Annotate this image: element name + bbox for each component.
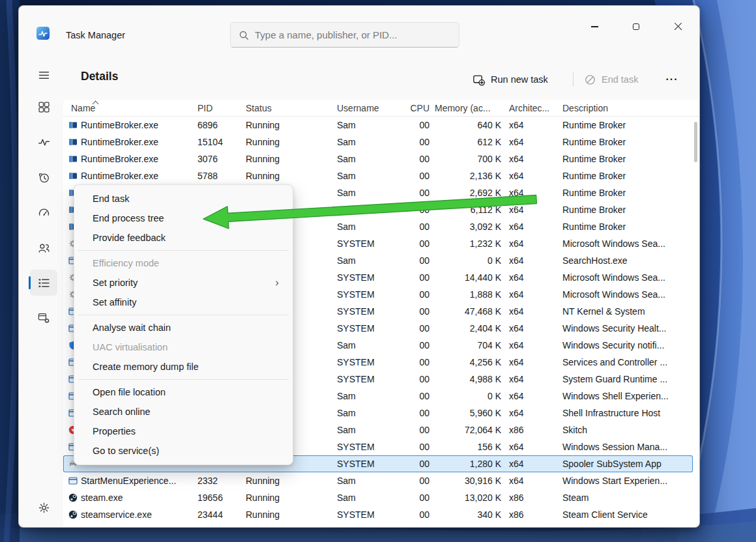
cell-pid: 5788: [197, 167, 246, 184]
cell-memory: 1,888 K: [431, 286, 504, 303]
sidebar-item-performance[interactable]: [30, 129, 57, 155]
cell-memory: 1,232 K: [431, 235, 504, 252]
sidebar-items: [30, 94, 57, 331]
sidebar-item-processes[interactable]: [30, 94, 57, 120]
cell-arch: x64: [504, 252, 559, 269]
cell-memory: 704 K: [431, 337, 504, 354]
column-header-username[interactable]: Username: [337, 100, 402, 116]
cell-description: NT Kernel & System: [559, 303, 693, 320]
table-row[interactable]: [63, 523, 693, 528]
cell-arch: x64: [504, 354, 559, 371]
cell-cpu: 00: [402, 489, 431, 506]
search-box[interactable]: [230, 22, 459, 48]
cell-memory: 700 K: [431, 150, 504, 167]
sidebar-item-users[interactable]: [30, 235, 57, 261]
cell-name: steamservice.exe: [63, 506, 197, 523]
process-name: RuntimeBroker.exe: [81, 117, 158, 134]
column-header-arch[interactable]: Architec...: [504, 100, 559, 116]
menu-item-go-to-service-s[interactable]: Go to service(s): [78, 441, 289, 461]
process-name: RuntimeBroker.exe: [81, 167, 158, 184]
cell-cpu: 00: [402, 320, 431, 337]
menu-item-create-memory-dump-file[interactable]: Create memory dump file: [78, 357, 289, 377]
cell-description: Runtime Broker: [559, 218, 693, 235]
menu-item-label: Set affinity: [93, 297, 136, 307]
column-header-cpu[interactable]: CPU: [402, 100, 431, 116]
end-task-button[interactable]: End task: [582, 69, 641, 90]
menu-item-analyse-wait-chain[interactable]: Analyse wait chain: [78, 318, 289, 337]
cell-username: Sam: [337, 218, 402, 235]
menu-item-uac-virtualisation[interactable]: UAC virtualisation: [78, 337, 289, 357]
table-row[interactable]: StartMenuExperience...2332RunningSam0030…: [63, 472, 693, 489]
cell-memory: 2,692 K: [431, 184, 504, 201]
cell-description: Windows Session Mana...: [559, 438, 693, 455]
cell-cpu: 00: [402, 117, 431, 134]
minimize-button[interactable]: [579, 16, 609, 38]
menu-item-set-priority[interactable]: Set priority›: [78, 273, 289, 292]
sidebar-item-details[interactable]: [30, 270, 57, 296]
cell-username: Sam: [337, 201, 402, 218]
table-row[interactable]: steamservice.exe23444RunningSYSTEM00340 …: [63, 506, 693, 523]
process-name: RuntimeBroker.exe: [81, 150, 158, 167]
column-header-label: Description: [562, 103, 608, 113]
column-header-label: Status: [246, 103, 272, 113]
menu-item-set-affinity[interactable]: Set affinity: [78, 292, 289, 312]
hamburger-menu-button[interactable]: [30, 62, 57, 88]
sidebar-item-startup-apps[interactable]: [30, 199, 57, 225]
users-icon: [37, 241, 51, 255]
scrollbar-thumb[interactable]: [694, 122, 697, 162]
column-header-memory[interactable]: Memory (ac...: [431, 100, 504, 116]
cell-memory: 13,020 K: [431, 489, 504, 506]
cell-username: SYSTEM: [337, 438, 402, 455]
cell-status: Running: [246, 134, 337, 150]
sidebar-item-app-history[interactable]: [30, 164, 57, 190]
process-name: StartMenuExperience...: [81, 472, 176, 489]
settings-gear-icon: [37, 501, 51, 515]
cell-arch: x64: [504, 337, 559, 354]
search-input[interactable]: [255, 29, 451, 40]
cell-cpu: 00: [402, 438, 431, 455]
process-name: steam.exe: [81, 489, 123, 506]
cell-username: Sam: [337, 405, 402, 421]
details-icon: [37, 276, 51, 290]
cell-memory: 340 K: [431, 506, 504, 523]
close-button[interactable]: [663, 16, 693, 38]
column-header-description[interactable]: Description: [559, 100, 693, 116]
cell-description: Skitch: [559, 421, 693, 438]
table-header: NamePIDStatusUsernameCPUMemory (ac...Arc…: [63, 100, 699, 117]
menu-item-open-file-location[interactable]: Open file location: [78, 382, 289, 402]
cell-arch: x64: [504, 184, 559, 201]
cell-username: Sam: [337, 252, 402, 269]
window-title: Task Manager: [66, 30, 125, 40]
menu-item-end-task[interactable]: End task: [78, 189, 289, 208]
sidebar-item-services[interactable]: [30, 305, 57, 331]
cell-memory: 47,468 K: [431, 303, 504, 320]
search-icon: [239, 30, 249, 40]
cell-description: Windows Shell Experien...: [559, 388, 693, 405]
table-row[interactable]: RuntimeBroker.exe15104RunningSam00612 Kx…: [63, 134, 693, 150]
maximize-button[interactable]: [621, 16, 651, 38]
menu-item-provide-feedback[interactable]: Provide feedback: [78, 228, 289, 248]
column-header-name[interactable]: Name: [63, 100, 197, 116]
table-row[interactable]: RuntimeBroker.exe3076RunningSam00700 Kx6…: [63, 150, 693, 167]
settings-button[interactable]: [30, 494, 57, 521]
cell-memory: 612 K: [431, 134, 504, 150]
table-row[interactable]: RuntimeBroker.exe5788RunningSam002,136 K…: [63, 167, 693, 184]
cell-status: Running: [246, 117, 337, 134]
cell-arch: x64: [504, 235, 559, 252]
more-options-button[interactable]: ···: [659, 69, 685, 90]
end-task-icon: [585, 74, 596, 85]
table-row[interactable]: RuntimeBroker.exe6896RunningSam00640 Kx6…: [63, 117, 693, 134]
menu-item-end-process-tree[interactable]: End process tree: [78, 208, 289, 228]
vertical-scrollbar[interactable]: [694, 119, 697, 523]
process-name: RuntimeBroker.exe: [81, 134, 158, 150]
table-row[interactable]: steam.exe19656RunningSam0013,020 Kx86Ste…: [63, 489, 693, 506]
menu-item-efficiency-mode[interactable]: Efficiency mode: [78, 253, 289, 273]
cell-name: RuntimeBroker.exe: [63, 167, 197, 184]
column-header-status[interactable]: Status: [246, 100, 337, 116]
column-header-pid[interactable]: PID: [197, 100, 246, 116]
menu-item-search-online[interactable]: Search online: [78, 402, 289, 421]
menu-item-properties[interactable]: Properties: [78, 421, 289, 441]
cell-cpu: 00: [402, 167, 431, 184]
run-new-task-button[interactable]: Run new task: [467, 69, 553, 90]
cell-memory: 3,092 K: [431, 218, 504, 235]
